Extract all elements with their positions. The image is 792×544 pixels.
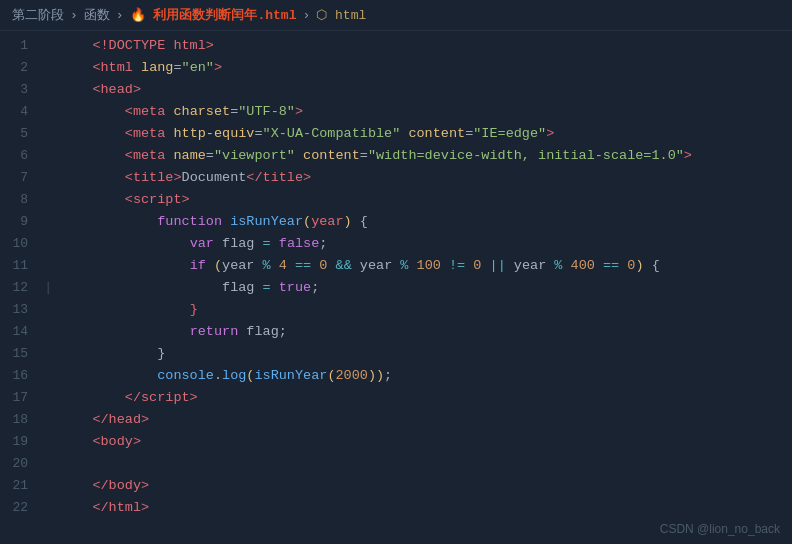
- line-num-13: 13: [0, 299, 40, 321]
- code-line-21: 21 </body>: [0, 475, 792, 497]
- line-num-12: 12: [0, 277, 40, 299]
- line-content-1: <!DOCTYPE html>: [56, 35, 792, 57]
- code-line-18: 18 </head>: [0, 409, 792, 431]
- line-num-18: 18: [0, 409, 40, 431]
- line-num-4: 4: [0, 101, 40, 123]
- line-content-18: </head>: [56, 409, 792, 431]
- line-content-17: </script>: [56, 387, 792, 409]
- line-num-19: 19: [0, 431, 40, 453]
- code-line-15: 15 }: [0, 343, 792, 365]
- code-line-7: 7 <title>Document</title>: [0, 167, 792, 189]
- line-content-12: flag = true;: [56, 277, 792, 299]
- code-line-19: 19 <body>: [0, 431, 792, 453]
- code-line-11: 11 if (year % 4 == 0 && year % 100 != 0 …: [0, 255, 792, 277]
- breadcrumb-sep-2: ›: [116, 8, 124, 23]
- code-line-20: 20: [0, 453, 792, 475]
- line-gutter-12: │: [40, 277, 56, 299]
- line-num-11: 11: [0, 255, 40, 277]
- line-num-14: 14: [0, 321, 40, 343]
- line-content-11: if (year % 4 == 0 && year % 100 != 0 || …: [56, 255, 792, 277]
- code-line-5: 5 <meta http-equiv="X-UA-Compatible" con…: [0, 123, 792, 145]
- code-line-22: 22 </html>: [0, 497, 792, 519]
- breadcrumb: 第二阶段 › 函数 › 🔥 利用函数判断闰年.html › ⬡ html: [0, 0, 792, 31]
- breadcrumb-item-4[interactable]: ⬡ html: [316, 7, 366, 23]
- breadcrumb-item-3[interactable]: 🔥 利用函数判断闰年.html: [130, 6, 297, 24]
- line-content-3: <head>: [56, 79, 792, 101]
- line-content-2: <html lang="en">: [56, 57, 792, 79]
- line-num-2: 2: [0, 57, 40, 79]
- line-content-10: var flag = false;: [56, 233, 792, 255]
- breadcrumb-item-1[interactable]: 第二阶段: [12, 6, 64, 24]
- line-content-4: <meta charset="UTF-8">: [56, 101, 792, 123]
- code-editor: 1 <!DOCTYPE html> 2 <html lang="en"> 3 <…: [0, 31, 792, 539]
- line-content-9: function isRunYear(year) {: [56, 211, 792, 233]
- line-num-21: 21: [0, 475, 40, 497]
- line-content-5: <meta http-equiv="X-UA-Compatible" conte…: [56, 123, 792, 145]
- line-num-20: 20: [0, 453, 40, 475]
- code-line-2: 2 <html lang="en">: [0, 57, 792, 79]
- line-content-8: <script>: [56, 189, 792, 211]
- code-line-16: 16 console.log(isRunYear(2000));: [0, 365, 792, 387]
- line-content-13: }: [56, 299, 792, 321]
- line-num-10: 10: [0, 233, 40, 255]
- line-num-17: 17: [0, 387, 40, 409]
- code-line-8: 8 <script>: [0, 189, 792, 211]
- line-num-15: 15: [0, 343, 40, 365]
- code-line-9: 9 function isRunYear(year) {: [0, 211, 792, 233]
- line-num-9: 9: [0, 211, 40, 233]
- line-num-16: 16: [0, 365, 40, 387]
- line-num-6: 6: [0, 145, 40, 167]
- line-num-1: 1: [0, 35, 40, 57]
- code-line-14: 14 return flag;: [0, 321, 792, 343]
- breadcrumb-item-2[interactable]: 函数: [84, 6, 110, 24]
- line-content-22: </html>: [56, 497, 792, 519]
- code-line-10: 10 var flag = false;: [0, 233, 792, 255]
- line-num-7: 7: [0, 167, 40, 189]
- code-line-17: 17 </script>: [0, 387, 792, 409]
- code-line-3: 3 <head>: [0, 79, 792, 101]
- watermark: CSDN @lion_no_back: [660, 522, 780, 536]
- line-num-3: 3: [0, 79, 40, 101]
- line-num-8: 8: [0, 189, 40, 211]
- code-line-13: 13 }: [0, 299, 792, 321]
- code-line-12: 12 │ flag = true;: [0, 277, 792, 299]
- line-content-15: }: [56, 343, 792, 365]
- breadcrumb-sep-3: ›: [302, 8, 310, 23]
- code-line-6: 6 <meta name="viewport" content="width=d…: [0, 145, 792, 167]
- code-line-4: 4 <meta charset="UTF-8">: [0, 101, 792, 123]
- line-content-19: <body>: [56, 431, 792, 453]
- line-num-5: 5: [0, 123, 40, 145]
- breadcrumb-sep-1: ›: [70, 8, 78, 23]
- line-content-21: </body>: [56, 475, 792, 497]
- line-num-22: 22: [0, 497, 40, 519]
- line-content-16: console.log(isRunYear(2000));: [56, 365, 792, 387]
- line-content-14: return flag;: [56, 321, 792, 343]
- line-content-6: <meta name="viewport" content="width=dev…: [56, 145, 792, 167]
- line-content-7: <title>Document</title>: [56, 167, 792, 189]
- code-line-1: 1 <!DOCTYPE html>: [0, 35, 792, 57]
